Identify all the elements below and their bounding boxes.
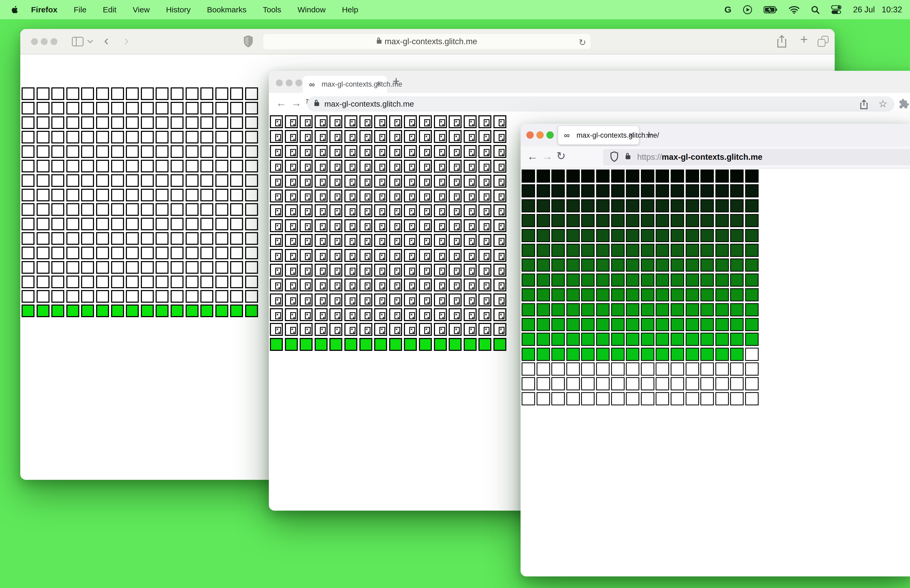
- reload-icon[interactable]: ↻: [579, 37, 587, 48]
- search-icon[interactable]: [811, 5, 819, 14]
- broken-image-icon: ×∨: [454, 119, 460, 126]
- battery-charging-icon[interactable]: [764, 6, 777, 14]
- safari-url-field[interactable]: max-gl-contexts.glitch.me ↻: [263, 34, 591, 50]
- canvas-cell: [715, 318, 729, 331]
- safari-close-button[interactable]: [31, 38, 38, 45]
- canvas-cell: ×∨: [330, 204, 342, 217]
- menu-item-edit[interactable]: Edit: [103, 5, 116, 14]
- broken-image-icon: ×∨: [439, 238, 445, 245]
- canvas-cell: ×∨: [330, 278, 342, 291]
- forward-button[interactable]: ›: [124, 33, 129, 47]
- canvas-cell: ×∨: [330, 234, 342, 247]
- canvas-cell: ×∨: [419, 264, 432, 277]
- control-center-icon[interactable]: [831, 5, 842, 14]
- menu-item-help[interactable]: Help: [342, 5, 358, 14]
- back-button[interactable]: ←: [276, 98, 286, 108]
- chrome-close-button[interactable]: [276, 79, 283, 86]
- canvas-cell: ×∨: [404, 278, 417, 291]
- shield-icon[interactable]: [244, 35, 253, 48]
- canvas-cell: ×∨: [419, 160, 432, 173]
- menu-item-history[interactable]: History: [166, 5, 191, 14]
- broken-image-icon: ×∨: [275, 149, 281, 156]
- canvas-cell: [700, 362, 714, 376]
- canvas-cell: ×∨: [493, 115, 506, 128]
- sidebar-toggle-icon[interactable]: [72, 37, 84, 46]
- tab-overview-icon[interactable]: [818, 36, 829, 47]
- firefox-zoom-button[interactable]: [546, 131, 554, 139]
- canvas-cell: [66, 189, 79, 201]
- back-button[interactable]: ‹: [104, 33, 109, 47]
- tab-close-icon[interactable]: ×: [376, 79, 381, 89]
- canvas-cell: [245, 131, 258, 144]
- share-icon[interactable]: [776, 35, 787, 49]
- firefox-close-button[interactable]: [526, 131, 534, 139]
- broken-image-icon: ×∨: [380, 253, 385, 260]
- chrome-active-tab[interactable]: ∞ max-gl-contexts.glitch.me ×: [303, 76, 387, 93]
- canvas-cell: [186, 290, 199, 303]
- new-tab-icon[interactable]: +: [800, 32, 808, 46]
- forward-button[interactable]: →: [291, 98, 302, 108]
- canvas-cell: [230, 145, 243, 158]
- broken-image-icon: ×∨: [394, 327, 400, 334]
- broken-image-icon: ×∨: [290, 119, 296, 126]
- canvas-cell: [715, 229, 729, 242]
- chrome-zoom-button[interactable]: [296, 79, 302, 86]
- bookmark-star-icon[interactable]: ☆: [878, 98, 887, 110]
- canvas-cell: [537, 258, 550, 271]
- menu-bar: FirefoxFileEditViewHistoryBookmarksTools…: [0, 0, 910, 19]
- new-tab-button[interactable]: +: [393, 75, 400, 87]
- url-scheme-text: https://: [637, 152, 662, 162]
- broken-image-icon: ×∨: [469, 149, 475, 156]
- play-circle-icon[interactable]: [743, 5, 752, 14]
- chevron-down-icon[interactable]: [88, 39, 92, 43]
- menu-item-file[interactable]: File: [74, 5, 86, 14]
- canvas-cell: [126, 218, 139, 230]
- apple-menu-icon[interactable]: [11, 5, 19, 14]
- broken-image-icon: ×∨: [469, 164, 475, 171]
- canvas-cell: [626, 199, 639, 212]
- canvas-cell: ×∨: [270, 264, 283, 277]
- forward-button[interactable]: →: [541, 151, 553, 162]
- safari-zoom-button[interactable]: [50, 38, 57, 45]
- firefox-active-tab[interactable]: ∞ max-gl-contexts.glitch.me/ ×: [558, 126, 639, 144]
- new-tab-button[interactable]: +: [645, 128, 653, 141]
- chrome-minimize-button[interactable]: [286, 79, 293, 86]
- canvas-cell: ×∨: [389, 323, 402, 336]
- firefox-url-bar[interactable]: https://max-gl-contexts.glitch.me: [603, 149, 910, 165]
- chrome-url-bar[interactable]: max-gl-contexts.glitch.me ☆: [307, 96, 894, 111]
- broken-image-icon: ×∨: [320, 149, 326, 156]
- canvas-cell: [715, 392, 729, 405]
- safari-minimize-button[interactable]: [41, 38, 48, 45]
- firefox-minimize-button[interactable]: [537, 131, 544, 139]
- canvas-cell: ×∨: [300, 189, 312, 202]
- menu-item-tools[interactable]: Tools: [263, 5, 281, 14]
- canvas-cell: [671, 288, 684, 301]
- tab-close-icon[interactable]: ×: [629, 130, 634, 139]
- reload-icon[interactable]: ↻: [556, 150, 566, 162]
- canvas-cell: [186, 87, 199, 100]
- canvas-cell: [700, 170, 714, 183]
- back-button[interactable]: ←: [527, 151, 538, 162]
- menu-item-view[interactable]: View: [133, 5, 150, 14]
- tracking-shield-icon[interactable]: [610, 151, 619, 163]
- share-icon[interactable]: [860, 99, 868, 111]
- canvas-cell: ×∨: [300, 278, 312, 291]
- broken-image-icon: ×∨: [424, 119, 430, 126]
- canvas-cell: [656, 214, 669, 227]
- canvas-cell: ×∨: [300, 234, 312, 247]
- canvas-cell: ×∨: [464, 234, 477, 247]
- menu-item-window[interactable]: Window: [297, 5, 326, 14]
- canvas-cell: [96, 87, 109, 100]
- canvas-cell: ×∨: [464, 145, 477, 158]
- extensions-puzzle-icon[interactable]: [898, 98, 909, 110]
- menu-item-bookmarks[interactable]: Bookmarks: [207, 5, 246, 14]
- menu-clock[interactable]: 26 Jul 10:32: [853, 5, 902, 15]
- wifi-icon[interactable]: [789, 6, 799, 14]
- canvas-cell: ×∨: [374, 323, 387, 336]
- menu-item-firefox[interactable]: Firefox: [31, 5, 57, 14]
- broken-image-icon: ×∨: [469, 238, 475, 245]
- google-icon[interactable]: G: [724, 5, 731, 15]
- broken-image-icon: ×∨: [350, 238, 356, 245]
- canvas-cell: ×∨: [359, 323, 372, 336]
- canvas-cell: ×∨: [434, 145, 447, 158]
